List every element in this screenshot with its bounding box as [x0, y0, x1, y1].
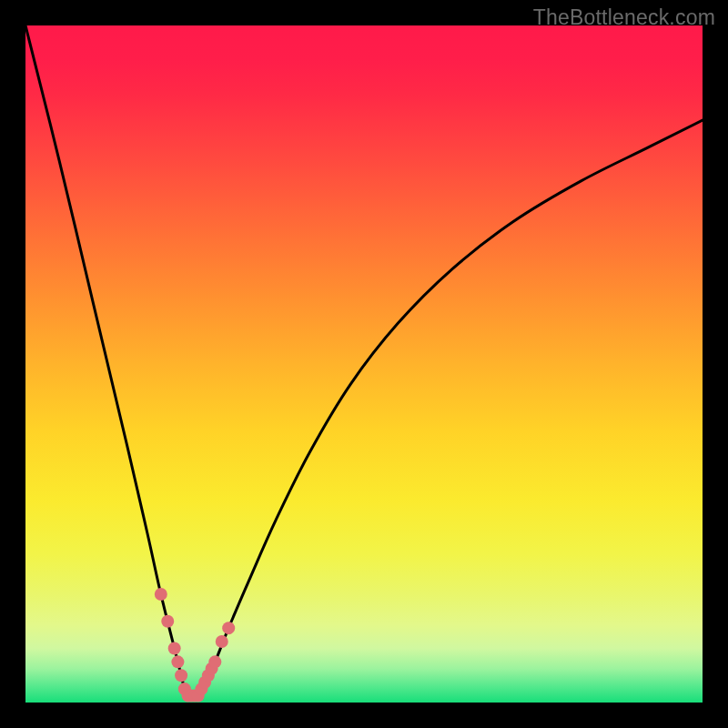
marker-dot [222, 622, 235, 634]
chart-frame: TheBottleneck.com [0, 0, 728, 728]
marker-dot [175, 669, 187, 682]
bottleneck-chart [25, 25, 703, 703]
marker-dot [208, 655, 221, 668]
marker-dot [168, 642, 181, 654]
marker-dot [155, 588, 167, 601]
marker-dot [216, 635, 228, 648]
plot-area [25, 25, 703, 703]
watermark-text: TheBottleneck.com [533, 5, 715, 30]
marker-dot [171, 655, 184, 668]
marker-dot [161, 615, 174, 628]
